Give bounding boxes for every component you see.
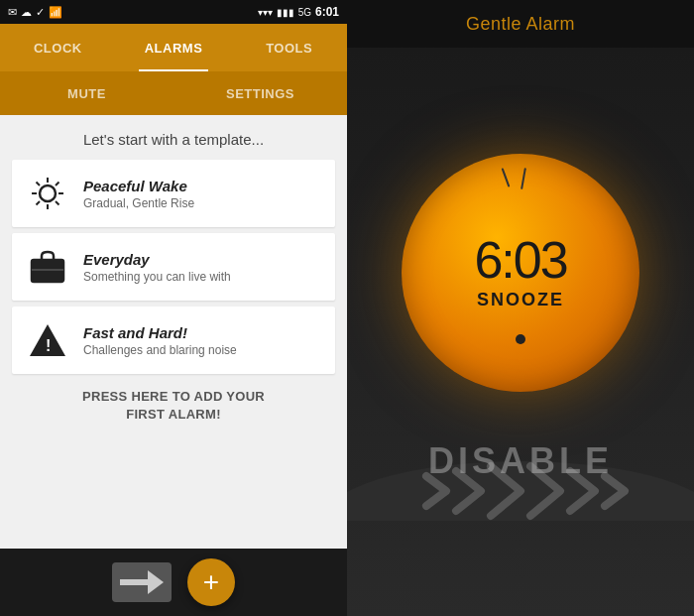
tab-bar: CLOCK ALARMS TOOLS: [0, 24, 347, 71]
tab-alarms[interactable]: ALARMS: [116, 24, 232, 71]
template-list: Peaceful Wake Gradual, Gentle Rise Every…: [12, 160, 335, 374]
signal-bars: ▮▮▮: [277, 7, 294, 18]
cloud-icon: ☁: [21, 6, 32, 19]
clock-face[interactable]: 6:03 SNOOZE: [402, 154, 639, 392]
clock-hand-minute: [520, 167, 526, 188]
tab-clock[interactable]: CLOCK: [0, 24, 116, 71]
everyday-text: Everyday Something you can live with: [83, 251, 231, 284]
mute-button[interactable]: MUTE: [0, 71, 174, 115]
clock-dot: [516, 334, 525, 344]
alarm-time: 6:03: [474, 234, 566, 286]
template-fasthard[interactable]: ! Fast and Hard! Challenges and blaring …: [12, 307, 335, 374]
svg-rect-14: [120, 579, 150, 585]
template-title: Let's start with a template...: [83, 131, 264, 148]
signal-icon: 📶: [49, 6, 62, 19]
arrow-button[interactable]: [112, 562, 172, 602]
alarm-display: 6:03 SNOOZE DISABLE: [347, 48, 694, 616]
left-panel: ✉ ☁ ✓ 📶 ▾▾▾ ▮▮▮ 5G 6:01 CLOCK ALARMS TOO…: [0, 0, 347, 616]
svg-line-6: [56, 201, 59, 205]
clock-hand-hour: [502, 168, 511, 186]
status-bar: ✉ ☁ ✓ 📶 ▾▾▾ ▮▮▮ 5G 6:01: [0, 0, 347, 24]
svg-rect-9: [32, 260, 63, 282]
status-icons: ✉ ☁ ✓ 📶: [8, 6, 62, 19]
fasthard-text: Fast and Hard! Challenges and blaring no…: [83, 324, 237, 357]
clock-face-container: 6:03 SNOOZE: [402, 154, 639, 392]
bottom-bar: +: [0, 549, 347, 616]
add-alarm-button[interactable]: +: [187, 558, 235, 606]
sun-icon: [26, 172, 69, 215]
svg-line-7: [56, 183, 59, 186]
disable-area[interactable]: DISABLE: [347, 402, 694, 521]
template-section: Let's start with a template...: [0, 115, 347, 549]
wifi-icon: ▾▾▾: [258, 7, 273, 18]
svg-line-5: [37, 183, 41, 186]
right-panel: Gentle Alarm 6:03 SNOOZE: [347, 0, 694, 616]
check-icon: ✓: [36, 6, 45, 19]
battery-icon: 5G: [298, 7, 311, 18]
template-everyday[interactable]: Everyday Something you can live with: [12, 233, 335, 301]
tab-tools[interactable]: TOOLS: [231, 24, 347, 71]
svg-line-8: [37, 201, 41, 205]
alarm-title: Gentle Alarm: [466, 14, 575, 35]
right-title-bar: Gentle Alarm: [347, 0, 694, 48]
warning-icon: !: [26, 318, 69, 362]
peaceful-text: Peaceful Wake Gradual, Gentle Rise: [83, 178, 194, 210]
briefcase-icon: [26, 245, 69, 289]
status-time: 6:01: [315, 5, 339, 19]
add-alarm-prompt: PRESS HERE TO ADD YOUR FIRST ALARM!: [82, 388, 265, 424]
svg-marker-15: [148, 570, 164, 594]
snooze-label: SNOOZE: [477, 290, 564, 310]
mail-icon: ✉: [8, 6, 17, 19]
svg-point-0: [40, 185, 56, 201]
settings-button[interactable]: SETTINGS: [174, 71, 347, 115]
svg-text:!: !: [46, 337, 51, 354]
action-bar: MUTE SETTINGS: [0, 71, 347, 115]
template-peaceful[interactable]: Peaceful Wake Gradual, Gentle Rise: [12, 160, 335, 227]
disable-label[interactable]: DISABLE: [428, 440, 613, 482]
